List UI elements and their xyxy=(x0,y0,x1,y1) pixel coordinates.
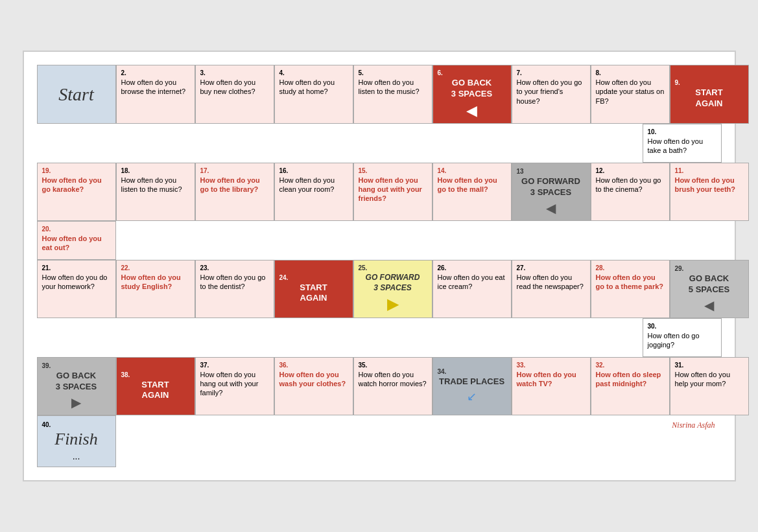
connector-row-4: 40. Finish ... Nisrina Asfah xyxy=(37,415,722,467)
cell-12: 12. How often do you go to the cinema? xyxy=(591,163,670,221)
cell-22: 22. How often do you study English? xyxy=(116,260,195,318)
empty-space-4: Nisrina Asfah xyxy=(116,415,722,467)
cell-31: 31. How often do you help your mom? xyxy=(670,357,749,415)
cell-40: 40. Finish ... xyxy=(37,415,116,467)
cell-23: 23. How often do you go to the dentist? xyxy=(195,260,274,318)
cell-7: 7. How often do you go to your friend's … xyxy=(512,65,591,124)
trade-icon: ↙ xyxy=(467,389,477,404)
arrow-left-gray-icon: ◀ xyxy=(546,200,556,216)
cell-17: 17. How often do you go to the library? xyxy=(195,163,274,221)
cell-15: 15. How often do you hang out with your … xyxy=(353,163,432,221)
finish-label: Finish xyxy=(54,430,97,449)
connector-row-2: 20. How often do you eat out? xyxy=(37,221,722,260)
cell-29: 29. GO BACK5 SPACES ◀ xyxy=(670,260,749,318)
cell-start: Start xyxy=(37,65,116,124)
cell-13: 13 GO FORWARD3 SPACES ◀ xyxy=(512,163,591,221)
cell-21: 21. How often do you do your homework? xyxy=(37,260,116,318)
cell-24: 24. STARTAGAIN xyxy=(274,260,353,318)
cell-9: 9. STARTAGAIN xyxy=(670,65,749,124)
cell-6: 6. GO BACK3 SPACES xyxy=(432,65,512,124)
arrow-left-gray5-icon: ◀ xyxy=(704,297,714,313)
row-4: 39. GO BACK3 SPACES ▶ 38. STARTAGAIN 37.… xyxy=(37,357,722,415)
arrow-left-icon xyxy=(466,100,477,119)
cell-26: 26. How often do you eat ice cream? xyxy=(432,260,512,318)
start-label: Start xyxy=(58,84,93,105)
cell-35: 35. How often do you watch horror movies… xyxy=(353,357,432,415)
cell-10: 10. How often do you take a bath? xyxy=(643,124,722,163)
empty-space xyxy=(37,124,643,163)
board-container: Start 2. How often do you browse the int… xyxy=(23,51,736,481)
cell-14: 14. How often do you go to the mall? xyxy=(432,163,512,221)
cell-16: 16. How often do you clean your room? xyxy=(274,163,353,221)
cell-39: 39. GO BACK3 SPACES ▶ xyxy=(37,357,116,415)
cell-30: 30. How often do go jogging? xyxy=(643,318,722,357)
arrow-right-gray-icon: ▶ xyxy=(71,395,81,410)
cell-3: 3. How often do you buy new clothes? xyxy=(195,65,274,124)
credit: Nisrina Asfah xyxy=(116,415,722,432)
row-3: 21. How often do you do your homework? 2… xyxy=(37,260,722,318)
cell-38: 38. STARTAGAIN xyxy=(116,357,195,415)
cell-36: 36. How often do you wash your clothes? xyxy=(274,357,353,415)
cell-27: 27. How often do you read the newspaper? xyxy=(512,260,591,318)
arrow-right-yellow-icon: ▶ xyxy=(387,295,399,313)
cell-4: 4. How often do you study at home? xyxy=(274,65,353,124)
cell-18: 18. How often do you listen to the music… xyxy=(116,163,195,221)
connector-row-3: 30. How often do go jogging? xyxy=(37,318,722,357)
cell-25: 25. Go Forward3 Spaces ▶ xyxy=(353,260,432,318)
empty-space-3 xyxy=(37,318,643,357)
cell-19: 19. How often do you go karaoke? xyxy=(37,163,116,221)
cell-11: 11. How often do you brush your teeth? xyxy=(670,163,749,221)
cell-32: 32. How often do sleep past midnight? xyxy=(591,357,670,415)
cell-34: 34. TRADE PLACES ↙ xyxy=(432,357,512,415)
row-1: Start 2. How often do you browse the int… xyxy=(37,65,722,124)
cell-20: 20. How often do you eat out? xyxy=(37,221,116,260)
cell-28: 28. How often do you go to a theme park? xyxy=(591,260,670,318)
cell-8: 8. How often do you update your status o… xyxy=(591,65,670,124)
empty-space-2 xyxy=(116,221,722,260)
cell-33: 33. How often do you watch TV? xyxy=(512,357,591,415)
connector-row-1: 10. How often do you take a bath? xyxy=(37,124,722,163)
cell-5: 5. How often do you listen to the music? xyxy=(353,65,432,124)
cell-37: 37. How often do you hang out with your … xyxy=(195,357,274,415)
cell-2: 2. How often do you browse the internet? xyxy=(116,65,195,124)
row-2: 19. How often do you go karaoke? 18. How… xyxy=(37,163,722,221)
